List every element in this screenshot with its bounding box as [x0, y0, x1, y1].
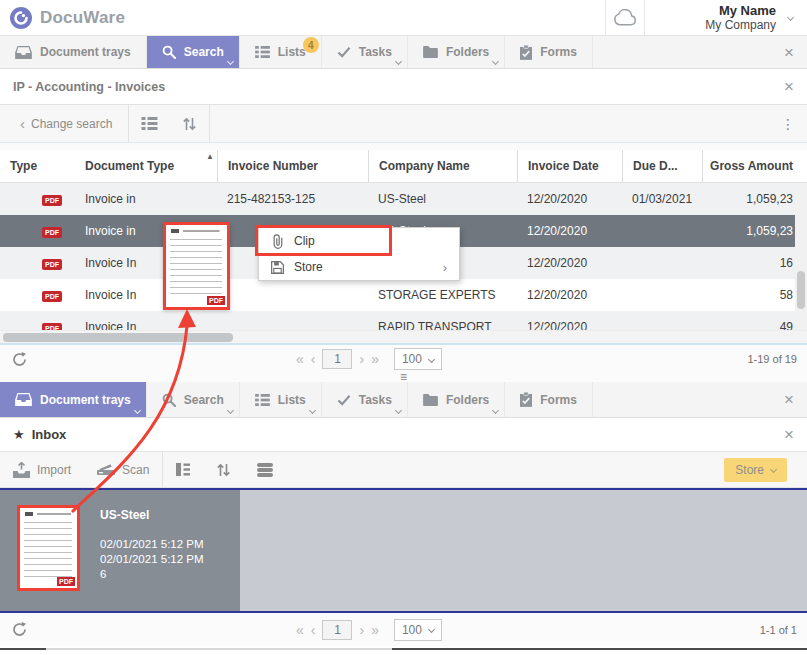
view-toggle-button[interactable] — [163, 452, 203, 487]
chevron-down-icon — [227, 407, 234, 414]
chevron-down-icon — [227, 58, 234, 65]
page-number-input[interactable]: 1 — [322, 620, 352, 640]
menu-item-clip[interactable]: Clip — [259, 228, 459, 254]
more-options-button[interactable]: ⋮ — [769, 116, 807, 132]
first-page-button[interactable]: « — [296, 622, 304, 638]
tab-folders[interactable]: Folders — [408, 36, 505, 68]
horizontal-scrollbar[interactable] — [0, 330, 807, 343]
table-row[interactable]: PDF Invoice In STORAGE EXPERTS 12/20/202… — [0, 279, 807, 311]
tasks-check-icon — [337, 46, 351, 58]
tab-lists[interactable]: Lists 4 — [240, 36, 322, 68]
card-text: US-Steel 02/01/2021 5:12 PM 02/01/2021 5… — [100, 508, 204, 580]
column-header-invoice-date[interactable]: Invoice Date — [517, 150, 622, 182]
table-row[interactable]: PDF Invoice In RAPID TRANSPORT 12/20/202… — [0, 311, 807, 330]
horizontal-scrollbar-thumb[interactable] — [3, 333, 233, 342]
close-tray-panel-button[interactable]: × — [784, 426, 794, 443]
change-search-button[interactable]: ‹ Change search — [0, 105, 128, 142]
page-size-dropdown[interactable]: 100 — [394, 348, 442, 370]
cell-gross-amount: 1,059,23 — [702, 192, 807, 206]
import-button[interactable]: Import — [0, 452, 84, 487]
tab-folders[interactable]: Folders — [408, 382, 505, 417]
last-page-button[interactable]: » — [371, 351, 379, 367]
previous-page-button[interactable]: ‹ — [311, 351, 316, 367]
column-header-gross-amount[interactable]: Gross Amount — [702, 150, 807, 182]
tray-document-card[interactable]: PDF US-Steel 02/01/2021 5:12 PM 02/01/20… — [0, 490, 240, 611]
user-menu-chevron-icon[interactable] — [787, 14, 794, 21]
pdf-file-icon: PDF — [57, 577, 75, 586]
column-header-invoice-number[interactable]: Invoice Number — [217, 150, 368, 182]
page-size-dropdown[interactable]: 100 — [394, 619, 442, 641]
tab-label: Lists — [278, 45, 306, 59]
column-header-due-date[interactable]: Due D... — [622, 150, 702, 182]
column-header-type[interactable]: Type — [0, 150, 75, 182]
chevron-down-icon — [492, 407, 499, 414]
cell-gross-amount: 49 — [702, 320, 807, 330]
close-results-navbar-button[interactable]: × — [771, 44, 807, 61]
cloud-button[interactable] — [605, 0, 645, 35]
menu-item-label: Store — [294, 260, 323, 274]
pdf-file-icon: PDF — [42, 259, 62, 270]
tab-lists[interactable]: Lists — [240, 382, 322, 417]
next-page-button[interactable]: › — [359, 622, 364, 638]
sort-button[interactable] — [170, 105, 209, 142]
first-page-button[interactable]: « — [296, 351, 304, 367]
table-row[interactable]: PDF Invoice in 215-482153-125 US-Steel 1… — [0, 183, 807, 215]
tab-tasks[interactable]: Tasks — [322, 382, 408, 417]
tab-label: Search — [184, 45, 224, 59]
change-search-label: Change search — [31, 117, 112, 131]
chevron-down-icon — [770, 466, 777, 473]
column-header-company-name[interactable]: Company Name — [368, 150, 517, 182]
card-company: US-Steel — [100, 508, 204, 522]
store-button[interactable]: Store — [724, 458, 787, 482]
chevron-down-icon — [134, 407, 141, 414]
sort-button[interactable] — [203, 452, 244, 487]
cell-invoice-date: 12/20/2020 — [517, 320, 622, 330]
cell-invoice-date: 12/20/2020 — [517, 256, 622, 270]
chevron-down-icon — [395, 58, 402, 65]
chevron-down-icon — [492, 58, 499, 65]
cell-document-type: Invoice In — [75, 320, 217, 330]
next-page-button[interactable]: › — [359, 351, 364, 367]
refresh-button[interactable] — [0, 352, 27, 367]
view-options-button[interactable] — [129, 105, 170, 142]
tab-document-trays[interactable]: Document trays — [0, 36, 147, 68]
card-date-modified: 02/01/2021 5:12 PM — [100, 553, 204, 565]
bottom-strip — [0, 646, 807, 655]
tab-forms[interactable]: Forms — [505, 36, 593, 68]
tab-search[interactable]: Search — [147, 36, 240, 68]
user-menu[interactable]: My Name My Company — [645, 2, 782, 33]
refresh-button[interactable] — [0, 622, 27, 637]
cell-gross-amount: 1,059,23 — [702, 224, 807, 238]
tab-forms[interactable]: Forms — [505, 382, 593, 417]
previous-page-button[interactable]: ‹ — [311, 622, 316, 638]
bottom-scrollbar-track — [46, 648, 392, 650]
sort-up-down-icon — [216, 463, 231, 477]
user-company: My Company — [705, 19, 776, 33]
panel-splitter[interactable]: ≡ — [0, 373, 807, 382]
last-page-button[interactable]: » — [371, 622, 379, 638]
close-results-panel-button[interactable]: × — [784, 78, 794, 95]
tab-tasks[interactable]: Tasks — [322, 36, 408, 68]
tab-search[interactable]: Search — [147, 382, 240, 417]
page-size-value: 100 — [402, 623, 422, 637]
tray-panel-header: ★ Inbox × — [0, 418, 807, 452]
pdf-file-icon: PDF — [42, 227, 62, 238]
result-range-label: 1-1 of 1 — [760, 624, 807, 636]
scan-button[interactable]: Scan — [84, 452, 162, 487]
tab-document-trays[interactable]: Document trays — [0, 382, 147, 417]
menu-item-store[interactable]: Store › — [259, 254, 459, 280]
vertical-scrollbar-thumb[interactable] — [797, 271, 805, 309]
tab-label: Folders — [446, 393, 489, 407]
tab-label: Tasks — [359, 45, 392, 59]
scan-icon — [97, 463, 115, 476]
stack-button[interactable] — [244, 452, 286, 487]
column-header-document-type[interactable]: Document Type ▲ — [75, 150, 217, 182]
close-tray-navbar-button[interactable]: × — [771, 391, 807, 408]
page-number-input[interactable]: 1 — [322, 349, 352, 369]
store-label: Store — [735, 463, 764, 477]
vertical-scrollbar[interactable] — [795, 183, 807, 330]
dragged-document-thumbnail[interactable]: PDF — [163, 222, 230, 310]
tray-toolbar: Import Scan Store — [0, 452, 807, 488]
brand-name: DocuWare — [40, 8, 125, 28]
document-thumbnail[interactable]: PDF — [17, 505, 80, 591]
